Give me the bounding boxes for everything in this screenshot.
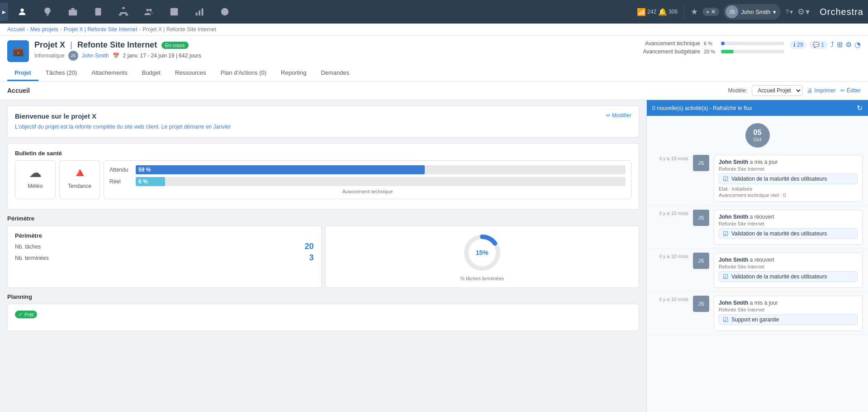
left-panel: ✏ Modifier Bienvenue sur le projet X L'o… — [0, 100, 646, 412]
avancement-technique-value: 6 % — [704, 41, 717, 46]
help-button[interactable]: ? ▾ — [785, 8, 793, 15]
owner-link[interactable]: John Smith — [82, 53, 109, 59]
activity-avatar: JS — [693, 210, 709, 226]
activity-project: Refonte Site Internet — [719, 264, 858, 269]
comment-icon: 💬 — [813, 42, 820, 48]
modele-select[interactable]: Accueil Projet — [752, 85, 802, 96]
nav-icon-clipboard[interactable] — [90, 5, 107, 19]
avancement-budgetaire-bar — [721, 50, 784, 53]
svg-rect-11 — [202, 9, 204, 16]
modele-label: Modèle: — [728, 87, 748, 94]
breadcrumb-projet-x[interactable]: Projet X | Refonte Site Internet — [64, 26, 138, 33]
tab-projet[interactable]: Projet — [7, 66, 38, 81]
sidebar-toggle[interactable]: ▶ — [0, 3, 8, 21]
tab-ressources[interactable]: Ressources — [168, 66, 213, 81]
health-progress: Attendu 59 % Réel 6 % — [104, 160, 631, 199]
check-circle-icon: ✓ — [19, 311, 23, 317]
user-status-toggle[interactable]: ● ✕ — [702, 8, 719, 16]
tab-attachements[interactable]: Attachements — [84, 66, 135, 81]
avancement-label: Avancement technique — [109, 189, 626, 194]
table-icon[interactable]: ⊞ — [837, 40, 843, 49]
refresh-button[interactable]: ↻ — [857, 104, 863, 112]
perimetre-card-title: Périmètre — [15, 232, 314, 239]
activity-user: John Smith — [719, 159, 748, 165]
project-header: 💼 Projet X | Refonte Site Internet En co… — [0, 36, 868, 81]
activity-avatar: JS — [693, 155, 709, 171]
activity-item: il y a 10 mois JS John Smith a mis à jou… — [647, 151, 868, 206]
avancement-technique-fill — [721, 42, 725, 45]
top-navigation: ▶ 📶 242 — [0, 0, 868, 24]
tab-reporting[interactable]: Reporting — [274, 66, 313, 81]
project-meta: Informatique JS John Smith 📅 2 janv. 17 … — [34, 51, 201, 61]
modifier-button[interactable]: ✏ Modifier — [606, 112, 631, 119]
health-card: Bulletin de santé ☁ Météo 🔺 Tendance Att… — [7, 143, 639, 210]
nav-icon-chart[interactable] — [191, 5, 208, 19]
nav-icon-user[interactable] — [14, 5, 31, 19]
donut-subtitle: % tâches terminées — [460, 276, 504, 281]
avancement-budgetaire-value: 20 % — [704, 49, 717, 54]
reel-label: Réel — [109, 178, 132, 185]
notif-bell2[interactable]: 🔔 306 — [658, 8, 678, 16]
nav-icon-clock[interactable] — [216, 5, 233, 19]
svg-point-6 — [147, 9, 149, 11]
favorites-icon[interactable]: ★ — [691, 7, 698, 17]
task-name: Validation de la maturité des utilisateu… — [731, 230, 827, 237]
nav-icon-check[interactable] — [166, 5, 183, 19]
tendance-icon: 🔺 — [72, 165, 88, 180]
print-icon: 🖨 — [807, 87, 812, 94]
breadcrumb-mes-projets[interactable]: Mes projets — [30, 26, 58, 33]
tab-budget[interactable]: Budget — [135, 66, 168, 81]
attendu-fill: 59 % — [136, 165, 425, 174]
nav-icon-people[interactable] — [140, 5, 157, 19]
editer-button[interactable]: ✏ Éditer — [840, 87, 861, 94]
tab-taches[interactable]: Tâches (20) — [38, 66, 84, 81]
perimetre-section-title: Périmètre — [7, 215, 639, 222]
meteo-item: ☁ Météo — [15, 160, 56, 199]
notifications-info-badge[interactable]: ℹ 29 — [790, 41, 806, 49]
breadcrumb: Accueil › Mes projets › Projet X | Refon… — [0, 24, 868, 36]
project-category: Informatique — [34, 53, 65, 59]
svg-rect-1 — [69, 10, 77, 15]
project-progress: Avancement technique 6 % Avancement budg… — [630, 40, 784, 55]
settings-button[interactable]: ⚙ ▾ — [797, 7, 810, 17]
tab-plan-actions[interactable]: Plan d'Actions (0) — [213, 66, 274, 81]
avancement-budgetaire-label: Avancement budgétaire — [630, 48, 700, 55]
activity-avatar: JS — [693, 296, 709, 312]
imprimer-button[interactable]: 🖨 Imprimer — [807, 87, 835, 94]
activity-content: John Smith a réouvert Refonte Site Inter… — [714, 210, 863, 245]
notif-bell1[interactable]: 📶 242 — [637, 8, 656, 16]
nb-taches-value: 20 — [304, 242, 313, 251]
pret-badge: ✓ Prêt — [15, 311, 37, 318]
activity-project: Refonte Site Internet — [719, 307, 858, 312]
close-icon: ✕ — [711, 9, 716, 15]
welcome-link1[interactable]: L'objectif du projet est la refonte comp… — [15, 124, 160, 130]
nav-icon-briefcase[interactable] — [64, 5, 81, 19]
tab-demandes[interactable]: Demandes — [313, 66, 356, 81]
nav-icon-bulb[interactable] — [39, 5, 56, 19]
welcome-link2[interactable]: Le projet démarre en Janvier — [161, 124, 231, 130]
svg-rect-10 — [199, 10, 200, 15]
svg-point-7 — [149, 9, 152, 11]
settings-icon[interactable]: ⚙ — [845, 40, 852, 49]
donut-card: 15% % tâches terminées — [325, 225, 640, 288]
svg-rect-9 — [196, 13, 198, 15]
info-icon: ℹ — [793, 42, 796, 48]
activity-detail-etat: Etat : Initialisée — [719, 186, 858, 192]
project-icon: 💼 — [7, 40, 29, 62]
share-icon[interactable]: ⤴ — [830, 41, 834, 49]
nav-icon-hierarchy[interactable] — [115, 5, 132, 19]
main-layout: ✏ Modifier Bienvenue sur le projet X L'o… — [0, 100, 868, 412]
attendu-label: Attendu — [109, 167, 132, 173]
comments-badge[interactable]: 💬 1 — [809, 41, 828, 49]
svg-rect-5 — [126, 14, 128, 16]
tendance-label: Tendance — [68, 183, 91, 189]
breadcrumb-accueil[interactable]: Accueil — [7, 26, 25, 33]
activity-avatar: JS — [693, 253, 709, 269]
divider — [684, 5, 684, 19]
user-menu[interactable]: JS John Smith ▾ — [724, 4, 781, 19]
pie-icon[interactable]: ◔ — [854, 40, 861, 49]
app-logo: Orchestra — [820, 7, 863, 17]
perimetre-info-card: Périmètre Nb. tâches 20 Nb. terminées 3 — [7, 225, 322, 288]
help-dropdown-icon: ▾ — [790, 8, 793, 15]
notification-area: 📶 242 🔔 306 — [637, 8, 678, 16]
